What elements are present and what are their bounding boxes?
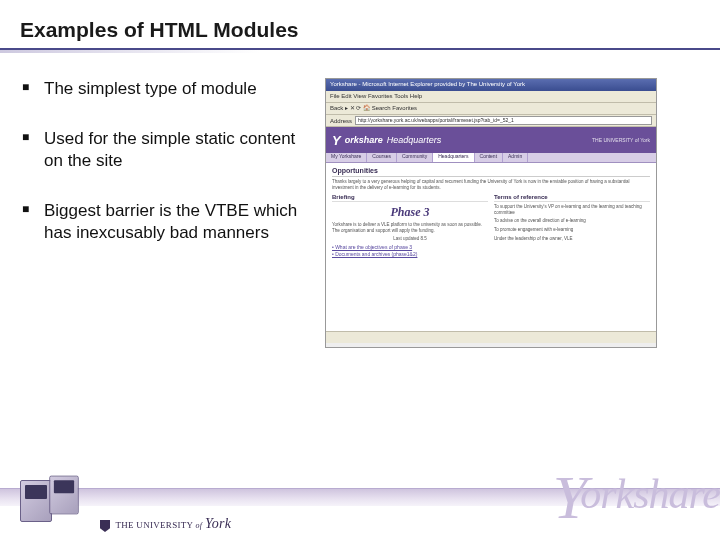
- brand-y-icon: Y: [332, 134, 341, 147]
- brand-text: orkshare: [345, 136, 383, 145]
- logo-rest: orkshare: [580, 471, 720, 517]
- window-toolbar: Back ▸ ✕ ⟳ 🏠 Search Favorites: [326, 103, 656, 115]
- embedded-screenshot: Yorkshare - Microsoft Internet Explorer …: [325, 78, 657, 348]
- address-label: Address: [330, 118, 352, 124]
- uni-york: York: [205, 516, 231, 531]
- bullet-item: Biggest barrier is the VTBE which has in…: [20, 200, 307, 244]
- uni-of: of: [196, 521, 203, 530]
- nav-tabs: My Yorkshare Courses Community Headquart…: [326, 153, 656, 163]
- page-heading: Opportunities: [332, 167, 650, 177]
- phase-label: Phase 3: [332, 206, 488, 218]
- left-column: Briefing Phase 3 Yorkshare is to deliver…: [332, 194, 488, 260]
- server-icon: [18, 470, 88, 526]
- title-accent: [0, 50, 260, 53]
- bullet-item: The simplest type of module: [20, 78, 307, 100]
- banner-right: THE UNIVERSITY of York: [592, 138, 650, 143]
- link-item: • What are the objectives of phase 3: [332, 245, 488, 250]
- tab-my-yorkshare: My Yorkshare: [326, 153, 367, 162]
- tab-headquarters: Headquarters: [433, 153, 474, 162]
- university-logo: THE UNIVERSITY of York: [100, 516, 231, 532]
- right-item: To support the University's VP on e-lear…: [494, 204, 650, 216]
- yorkshare-logo: Yorkshare: [553, 466, 720, 528]
- address-field: http://yorkshare.york.ac.uk/webapps/port…: [355, 116, 652, 125]
- shield-icon: [100, 520, 110, 532]
- window-menubar: File Edit View Favorites Tools Help: [326, 91, 656, 103]
- right-sub: Under the leadership of the owner, VLE: [494, 236, 650, 242]
- phase-date: Last updated 8.5: [332, 236, 488, 242]
- tab-courses: Courses: [367, 153, 397, 162]
- page-body: Opportunities Thanks largely to a very g…: [326, 163, 656, 331]
- left-col-title: Briefing: [332, 194, 488, 202]
- address-bar: Address http://yorkshare.york.ac.uk/weba…: [326, 115, 656, 127]
- right-column: Terms of reference To support the Univer…: [494, 194, 650, 260]
- site-banner: Y orkshare Headquarters THE UNIVERSITY o…: [326, 127, 656, 153]
- status-bar: [326, 331, 656, 343]
- right-col-title: Terms of reference: [494, 194, 650, 202]
- slide-title: Examples of HTML Modules: [0, 0, 720, 50]
- tab-admin: Admin: [503, 153, 528, 162]
- right-item: To advise on the overall direction of e-…: [494, 218, 650, 224]
- window-titlebar: Yorkshare - Microsoft Internet Explorer …: [326, 79, 656, 91]
- bullet-item: Used for the simple static content on th…: [20, 128, 307, 172]
- link-item: • Documents and archives (phase1&2): [332, 252, 488, 257]
- content-area: The simplest type of module Used for the…: [0, 58, 720, 348]
- uni-text: THE UNIVERSITY: [115, 520, 193, 530]
- phase-sub: Yorkshare is to deliver a VLE platform t…: [332, 222, 488, 234]
- intro-paragraph: Thanks largely to a very generous helpin…: [332, 179, 650, 191]
- bullet-list: The simplest type of module Used for the…: [20, 78, 325, 348]
- right-item: To promote engagement with e-learning: [494, 227, 650, 233]
- banner-section: Headquarters: [387, 136, 442, 145]
- tab-content: Content: [475, 153, 504, 162]
- tab-community: Community: [397, 153, 433, 162]
